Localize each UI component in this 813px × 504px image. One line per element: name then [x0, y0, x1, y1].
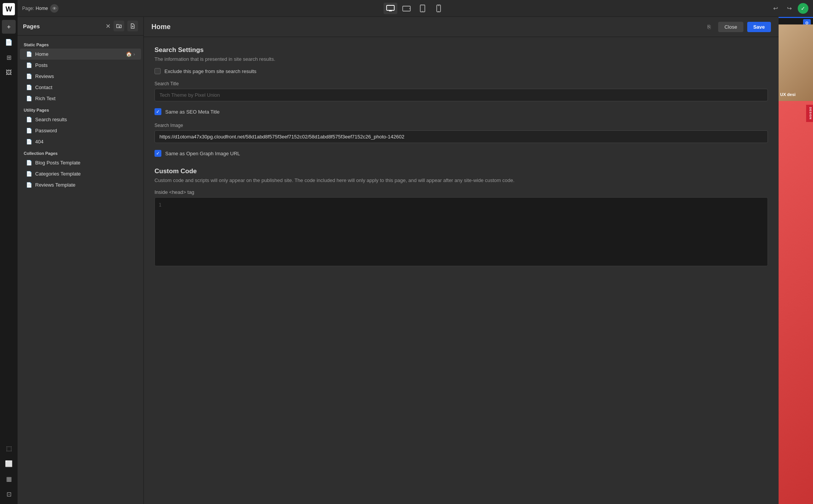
search-title-input[interactable] [154, 89, 768, 101]
page-doc-icon: 📄 [26, 85, 32, 90]
svg-rect-0 [387, 5, 394, 10]
page-item-contact[interactable]: 📄 Contact [20, 82, 141, 93]
page-item-blog-posts-template[interactable]: 📄 Blog Posts Template [20, 157, 141, 168]
toolbar-select-icon[interactable]: ⬜ [2, 457, 16, 470]
page-item-search-results[interactable]: 📄 Search results [20, 114, 141, 125]
search-image-input[interactable] [154, 130, 768, 143]
page-item-actions: 🏠 › [126, 51, 135, 57]
line-numbers: 1 [159, 202, 161, 262]
page-item-404[interactable]: 📄 404 [20, 136, 141, 147]
page-item-home[interactable]: 📄 Home 🏠 › [20, 49, 141, 60]
page-item-label: Password [35, 128, 135, 133]
preview-image-bottom: DESIGN [779, 101, 813, 504]
pages-close-button[interactable]: ✕ [106, 23, 111, 30]
svg-point-6 [422, 11, 423, 11]
same-as-og-label: Same as Open Graph Image URL [165, 151, 240, 156]
toolbar-grid-icon[interactable]: ▦ [2, 472, 16, 486]
page-doc-icon: 📄 [26, 51, 32, 57]
exclude-label: Exclude this page from site search resul… [164, 68, 257, 74]
pages-title: Pages [23, 23, 102, 29]
settings-topbar: Home ⎘ Close Save [144, 17, 779, 37]
toolbar-pages-icon[interactable]: 📄 [2, 35, 16, 49]
static-pages-section-title: Static Pages [18, 39, 143, 49]
page-item-reviews[interactable]: 📄 Reviews [20, 71, 141, 82]
page-doc-purple-icon: 📄 [26, 182, 32, 188]
search-title-field-group: Search Title [154, 81, 768, 101]
app-logo: W [3, 3, 15, 15]
pages-panel: Pages ✕ Static Pages 📄 Home 🏠 › 📄 [18, 17, 144, 504]
device-switcher [59, 3, 770, 14]
page-item-categories-template[interactable]: 📄 Categories Template [20, 168, 141, 179]
device-desktop-btn[interactable] [384, 3, 397, 14]
toolbar-frame-icon[interactable]: ⬚ [2, 441, 16, 455]
page-item-label: Reviews [35, 73, 135, 79]
exclude-checkbox[interactable] [154, 68, 161, 74]
utility-pages-section-title: Utility Pages [18, 104, 143, 114]
page-item-label: 404 [35, 139, 135, 145]
inside-head-section: Inside <head> tag 1 [154, 189, 768, 266]
page-item-label: Blog Posts Template [35, 160, 135, 166]
same-as-seo-check[interactable]: ✓ [154, 108, 161, 115]
search-title-label: Search Title [154, 81, 768, 86]
settings-panel: Home ⎘ Close Save Search Settings The in… [144, 17, 779, 504]
toolbar-assets-icon[interactable]: 🖼 [2, 66, 16, 80]
top-bar-right: ↩ ↪ ✓ [770, 3, 808, 14]
collection-pages-section-title: Collection Pages [18, 147, 143, 157]
pages-header: Pages ✕ [18, 17, 143, 36]
page-doc-purple-icon: 📄 [26, 171, 32, 177]
page-item-label: Search results [35, 117, 135, 122]
page-item-label: Rich Text [35, 96, 135, 101]
add-folder-button[interactable] [114, 21, 124, 31]
ux-design-text: UX desi [780, 92, 795, 97]
preview-panel: ⚙ UX desi DESIGN [779, 17, 813, 504]
page-item-label: Home [35, 51, 123, 57]
code-editor[interactable]: 1 [154, 197, 768, 266]
device-mobile-btn[interactable] [432, 3, 446, 14]
copy-button[interactable]: ⎘ [704, 21, 714, 32]
page-doc-icon: 📄 [26, 73, 32, 79]
user-avatar: ✓ [798, 3, 808, 14]
page-eye-icon[interactable]: 👁 [50, 4, 59, 13]
same-as-og-check[interactable]: ✓ [154, 150, 161, 157]
settings-body: Search Settings The information that is … [144, 37, 779, 275]
close-button[interactable]: Close [718, 22, 743, 32]
page-doc-icon: 📄 [26, 117, 32, 122]
device-tablet-landscape-btn[interactable] [400, 3, 413, 14]
search-settings-title: Search Settings [154, 46, 768, 54]
toolbar-add-icon[interactable]: ＋ [2, 20, 16, 34]
device-tablet-portrait-btn[interactable] [416, 3, 429, 14]
page-doc-purple-icon: 📄 [26, 160, 32, 166]
search-settings-section: Search Settings The information that is … [154, 46, 768, 157]
save-button[interactable]: Save [747, 22, 771, 32]
search-settings-desc: The information that is presented in sit… [154, 56, 768, 62]
preview-blue-border [779, 17, 813, 18]
search-image-field-group: Search Image [154, 123, 768, 143]
page-item-label: Contact [35, 85, 135, 90]
exclude-checkbox-row: Exclude this page from site search resul… [154, 68, 768, 74]
page-doc-icon: 📄 [26, 96, 32, 101]
page-item-password[interactable]: 📄 Password [20, 125, 141, 136]
undo-button[interactable]: ↩ [770, 3, 781, 14]
same-as-og-row: ✓ Same as Open Graph Image URL [154, 150, 768, 157]
page-doc-icon: 📄 [26, 139, 32, 145]
add-page-button[interactable] [127, 21, 138, 31]
preview-image-top: UX desi [779, 24, 813, 101]
custom-code-title: Custom Code [154, 167, 768, 175]
svg-point-9 [438, 11, 439, 11]
page-item-rich-text[interactable]: 📄 Rich Text [20, 93, 141, 104]
page-doc-icon: 📄 [26, 128, 32, 133]
toolbar-cms-icon[interactable]: ⊞ [2, 50, 16, 64]
toolbar-component-icon[interactable]: ⊡ [2, 487, 16, 501]
settings-page-title: Home [151, 23, 700, 31]
same-as-seo-row: ✓ Same as SEO Meta Title [154, 108, 768, 115]
page-item-posts[interactable]: 📄 Posts [20, 60, 141, 71]
page-doc-icon: 📄 [26, 62, 32, 68]
page-item-label: Reviews Template [35, 182, 135, 188]
page-item-reviews-template[interactable]: 📄 Reviews Template [20, 179, 141, 190]
arrow-right-icon: › [133, 51, 135, 57]
pages-list: Static Pages 📄 Home 🏠 › 📄 Posts 📄 Review… [18, 36, 143, 504]
home-icon: 🏠 [126, 51, 132, 57]
search-image-label: Search Image [154, 123, 768, 128]
redo-button[interactable]: ↪ [784, 3, 795, 14]
design-badge: DESIGN [806, 105, 813, 122]
